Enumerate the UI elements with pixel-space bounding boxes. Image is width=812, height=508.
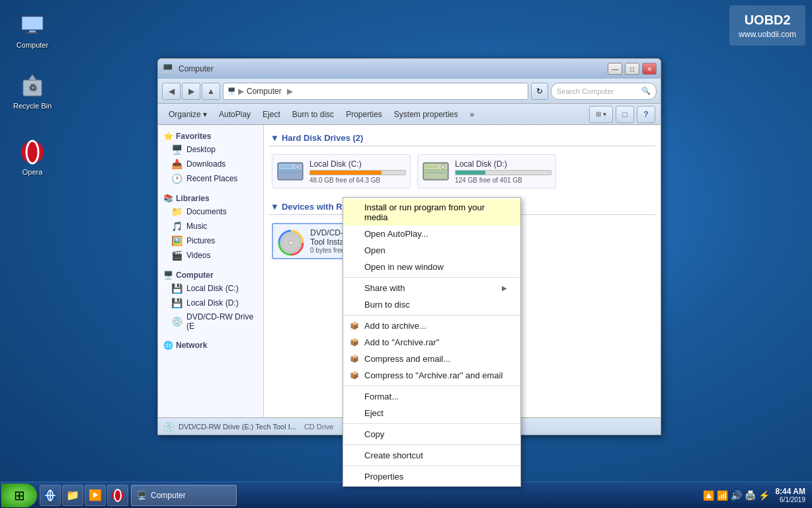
disk-c-bar-bg xyxy=(309,170,406,175)
more-button[interactable]: » xyxy=(465,106,480,122)
taskbar-open-window[interactable]: 🖥️ Computer xyxy=(131,485,237,506)
desktop-icon-computer[interactable]: Computer xyxy=(9,12,56,49)
disk-d-info: Local Disk (D:) 124 GB free of 401 GB xyxy=(455,159,551,184)
ctx-burn[interactable]: Burn to disc xyxy=(343,296,520,313)
ctx-properties[interactable]: Properties xyxy=(343,468,520,485)
properties-button[interactable]: Properties xyxy=(341,106,387,122)
sidebar-item-downloads[interactable]: 📥 Downloads xyxy=(158,157,263,171)
sidebar-item-pictures[interactable]: 🖼️ Pictures xyxy=(158,233,263,248)
watermark-brand: UOBD2 xyxy=(739,11,796,29)
ctx-create-shortcut[interactable]: Create shortcut xyxy=(343,447,520,464)
sidebar-item-documents[interactable]: 📁 Documents xyxy=(158,204,263,219)
sidebar-item-recent[interactable]: 🕐 Recent Places xyxy=(158,171,263,186)
removable-collapse-icon[interactable]: ▼ xyxy=(270,202,279,212)
svg-rect-19 xyxy=(425,171,447,179)
burn-button[interactable]: Burn to disc xyxy=(287,106,339,122)
favorites-header: ⭐ Favorites xyxy=(158,129,263,142)
address-bar[interactable]: 🖥️ ▶ Computer ▶ xyxy=(223,83,528,100)
system-properties-button[interactable]: System properties xyxy=(389,106,464,122)
ctx-copy[interactable]: Copy xyxy=(343,426,520,443)
svg-point-23 xyxy=(289,241,293,245)
organize-button[interactable]: Organize ▾ xyxy=(163,106,212,122)
desktop-icon-recycle[interactable]: ♻ Recycle Bin xyxy=(9,73,56,110)
disk-d-free: 124 GB free of 401 GB xyxy=(455,177,551,184)
status-detail: CD Drive xyxy=(304,423,334,431)
svg-rect-3 xyxy=(26,32,38,34)
eject-button[interactable]: Eject xyxy=(257,106,286,122)
desktop: UOBD2 www.uobdii.com Computer ♻ Recycle … xyxy=(0,0,812,508)
tray-print-icon[interactable]: 🖨️ xyxy=(745,490,756,501)
svg-point-7 xyxy=(21,141,44,163)
tray-power-icon[interactable]: ⚡ xyxy=(758,490,770,501)
ctx-separator-1 xyxy=(343,277,520,278)
disk-d-icon: 💾 xyxy=(171,298,183,308)
svg-marker-5 xyxy=(28,75,36,80)
address-text: Computer xyxy=(247,87,282,96)
libraries-header: 📚 Libraries xyxy=(158,191,263,204)
forward-button[interactable]: ▶ xyxy=(182,83,200,100)
pictures-icon: 🖼️ xyxy=(171,235,183,246)
refresh-button[interactable]: ↻ xyxy=(531,83,548,100)
desktop-icon-opera[interactable]: Opera xyxy=(9,139,56,176)
svg-rect-14 xyxy=(280,172,300,173)
taskbar-opera[interactable] xyxy=(107,485,128,506)
ctx-format[interactable]: Format... xyxy=(343,388,520,405)
view-toggle-button[interactable]: ⊞ ▾ xyxy=(589,106,613,123)
ctx-open-new-window[interactable]: Open in new window xyxy=(343,259,520,275)
disk-d-drive-icon xyxy=(422,159,450,184)
svg-text:♻: ♻ xyxy=(28,82,37,93)
taskbar-folder[interactable]: 📁 xyxy=(62,485,83,506)
compress-email-icon: 📦 xyxy=(348,353,360,365)
disk-d-bar-fill xyxy=(456,171,485,175)
sidebar-item-music[interactable]: 🎵 Music xyxy=(158,219,263,233)
tray-arrow-icon[interactable]: 🔼 xyxy=(703,490,714,501)
disk-c-drive-icon xyxy=(276,159,304,184)
taskbar-ie[interactable] xyxy=(40,485,61,506)
sidebar-item-d[interactable]: 💾 Local Disk (D:) xyxy=(158,296,263,310)
ctx-add-archive-rar[interactable]: 📦 Add to "Archive.rar" xyxy=(343,334,520,351)
ctx-open[interactable]: Open xyxy=(343,242,520,259)
close-button[interactable]: ✕ xyxy=(642,63,657,75)
start-button[interactable]: ⊞ xyxy=(1,484,37,507)
ctx-compress-email[interactable]: 📦 Compress and email... xyxy=(343,351,520,367)
sidebar-item-desktop[interactable]: 🖥️ Desktop xyxy=(158,142,263,157)
tray-network-icon[interactable]: 📶 xyxy=(717,490,728,501)
sidebar-item-dvd[interactable]: 💿 DVD/CD-RW Drive (E xyxy=(158,310,263,333)
sidebar-item-videos[interactable]: 🎬 Videos xyxy=(158,248,263,263)
ctx-eject[interactable]: Eject xyxy=(343,405,520,421)
svg-rect-20 xyxy=(426,172,446,173)
computer-header: 🖥️ Computer xyxy=(158,268,263,281)
opera-icon xyxy=(19,139,46,165)
sidebar-item-c[interactable]: 💾 Local Disk (C:) xyxy=(158,281,263,296)
ctx-compress-archive-email[interactable]: 📦 Compress to "Archive.rar" and email xyxy=(343,367,520,384)
maximize-button[interactable]: □ xyxy=(625,63,639,75)
ctx-add-archive[interactable]: 📦 Add to archive... xyxy=(343,318,520,334)
ctx-share-with[interactable]: Share with ▶ xyxy=(343,280,520,296)
taskbar-media[interactable]: ▶️ xyxy=(85,485,106,506)
taskbar-open-label: Computer xyxy=(151,491,186,500)
ctx-open-autoplay[interactable]: Open AutoPlay... xyxy=(343,226,520,242)
autoplay-button[interactable]: AutoPlay xyxy=(214,106,256,122)
videos-icon: 🎬 xyxy=(171,250,183,261)
hard-disks-collapse-icon[interactable]: ▼ xyxy=(270,133,279,143)
help-button[interactable]: ? xyxy=(637,106,655,123)
back-button[interactable]: ◀ xyxy=(162,83,181,100)
nav-bar: ◀ ▶ ▲ 🖥️ ▶ Computer ▶ ↻ Search Computer … xyxy=(158,79,661,104)
search-placeholder: Search Computer xyxy=(557,87,614,95)
preview-pane-button[interactable]: □ xyxy=(616,106,634,123)
clock[interactable]: 8:44 AM 6/1/2019 xyxy=(772,487,808,503)
ctx-install[interactable]: Install or run program from your media xyxy=(343,199,520,226)
hard-disks-header: ▼ Hard Disk Drives (2) xyxy=(269,130,655,146)
local-disk-d[interactable]: Local Disk (D:) 124 GB free of 401 GB xyxy=(417,154,556,189)
ctx-separator-2 xyxy=(343,315,520,316)
status-text: DVD/CD-RW Drive (E:) Tech Tool I... xyxy=(179,423,296,431)
recent-sidebar-icon: 🕐 xyxy=(171,173,183,184)
tray-volume-icon[interactable]: 🔊 xyxy=(731,490,742,501)
up-button[interactable]: ▲ xyxy=(202,83,220,100)
svg-point-12 xyxy=(296,165,300,169)
search-bar[interactable]: Search Computer 🔍 xyxy=(551,83,657,100)
minimize-button[interactable]: — xyxy=(608,63,622,75)
search-icon: 🔍 xyxy=(641,87,651,95)
local-disk-c[interactable]: Local Disk (C:) 48.0 GB free of 64.3 GB xyxy=(272,154,411,189)
nav-arrows: ◀ ▶ ▲ xyxy=(162,83,220,100)
